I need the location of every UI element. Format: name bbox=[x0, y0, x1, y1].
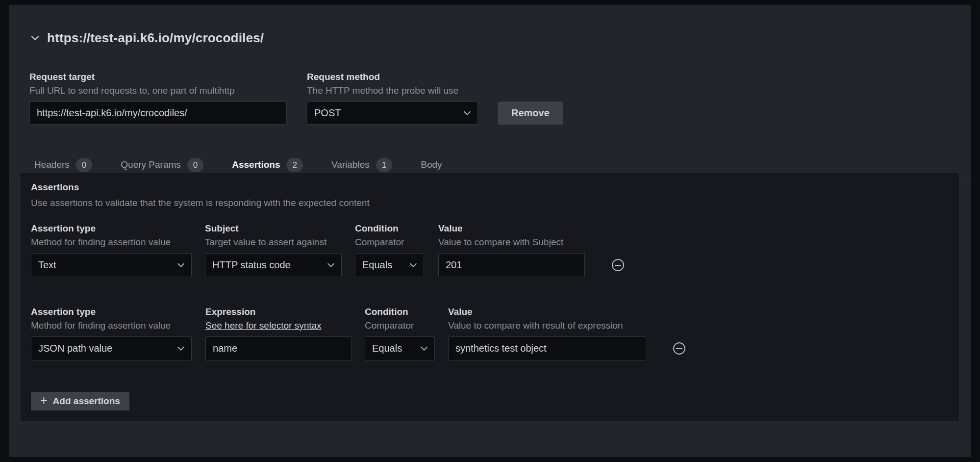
request-method-description: The HTTP method the probe will use bbox=[307, 84, 563, 97]
request-method-label: Request method bbox=[307, 71, 563, 83]
assertion-0-condition-select[interactable]: Equals bbox=[355, 253, 424, 277]
request-url-title: https://test-api.k6.io/my/crocodiles/ bbox=[47, 30, 264, 46]
request-target-input[interactable] bbox=[29, 102, 287, 125]
chevron-down-icon bbox=[31, 32, 39, 40]
chevron-down-icon bbox=[410, 260, 417, 267]
request-section: Request target Full URL to send requests… bbox=[29, 71, 563, 125]
chevron-down-icon bbox=[464, 108, 471, 115]
assertion-1-condition-select[interactable]: Equals bbox=[365, 336, 435, 360]
remove-assertion-1-button[interactable] bbox=[673, 342, 685, 355]
plus-icon: + bbox=[40, 394, 48, 407]
chevron-down-icon bbox=[327, 260, 334, 267]
assertion-0-subject-select[interactable]: HTTP status code bbox=[205, 253, 342, 277]
assertion-0-value-input[interactable] bbox=[438, 253, 585, 277]
request-target-description: Full URL to send requests to, one part o… bbox=[29, 84, 287, 97]
assertion-1-value-input[interactable] bbox=[448, 336, 646, 360]
assertions-panel-title: Assertions bbox=[31, 181, 959, 194]
tab-headers-count: 0 bbox=[76, 158, 92, 172]
collapse-toggle[interactable]: https://test-api.k6.io/my/crocodiles/ bbox=[32, 30, 264, 46]
request-card: https://test-api.k6.io/my/crocodiles/ Re… bbox=[9, 5, 971, 457]
assertions-panel-description: Use assertions to validate that the syst… bbox=[31, 197, 959, 209]
chevron-down-icon bbox=[421, 343, 427, 350]
remove-assertion-0-button[interactable] bbox=[612, 259, 624, 271]
remove-request-button[interactable]: Remove bbox=[498, 102, 563, 125]
chevron-down-icon bbox=[177, 260, 184, 267]
chevron-down-icon bbox=[177, 343, 184, 350]
request-method-select[interactable]: POST bbox=[307, 102, 478, 125]
request-target-label: Request target bbox=[29, 71, 287, 83]
tab-assertions-count: 2 bbox=[286, 158, 302, 172]
tab-variables-count: 1 bbox=[376, 158, 392, 172]
assertion-1-type-select[interactable]: JSON path value bbox=[31, 336, 192, 360]
selector-syntax-link[interactable]: See here for selector syntax bbox=[205, 319, 352, 332]
assertion-row: Assertion type Method for finding assert… bbox=[31, 222, 959, 277]
tab-query-params-count: 0 bbox=[187, 158, 203, 172]
add-assertions-button[interactable]: + Add assertions bbox=[31, 392, 129, 411]
assertion-0-type-select[interactable]: Text bbox=[31, 253, 192, 277]
assertions-panel: Assertions Use assertions to validate th… bbox=[21, 173, 959, 421]
assertion-1-expression-input[interactable] bbox=[205, 336, 352, 360]
assertion-row: Assertion type Method for finding assert… bbox=[31, 306, 959, 360]
